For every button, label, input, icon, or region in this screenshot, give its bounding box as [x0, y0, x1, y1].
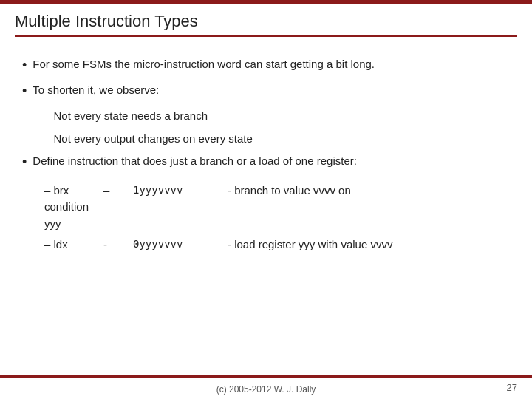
ldx-col2: - — [103, 236, 133, 253]
brx-condition: condition yyy — [44, 199, 103, 232]
bullet-item-3: • Define instruction that does just a br… — [22, 153, 510, 171]
footer-bar — [0, 375, 532, 378]
ldx-col1: – ldx — [44, 236, 103, 253]
bullet-text-2: To shorten it, we observe: — [33, 82, 159, 99]
sub-bullet-2: Not every output changes on every state — [22, 131, 510, 148]
slide-container: Multiple Instruction Types • For some FS… — [0, 0, 532, 399]
instruction-row-brx: – brx condition yyy – 1yyyvvvv - branch … — [44, 183, 510, 233]
bullet-dot-2: • — [22, 82, 27, 100]
bullet-text-3: Define instruction that does just a bran… — [33, 153, 357, 170]
brx-col4: - branch to value vvvv on — [222, 183, 510, 200]
title-divider — [15, 35, 517, 37]
sub-bullet-1: Not every state needs a branch — [22, 108, 510, 125]
bullet-dot-1: • — [22, 56, 27, 75]
bullet-text-1: For some FSMs the micro-instruction word… — [33, 56, 375, 73]
brx-col1: – brx condition yyy — [44, 183, 103, 233]
bullet-item-1: • For some FSMs the micro-instruction wo… — [22, 56, 510, 75]
brx-col3: 1yyyvvvv — [133, 183, 222, 198]
footer-copyright: (c) 2005-2012 W. J. Dally — [216, 384, 316, 395]
ldx-col4: - load register yyy with value vvvv — [222, 236, 510, 253]
brx-label: – brx — [44, 183, 103, 200]
bullet-dot-3: • — [22, 153, 27, 171]
slide-title: Multiple Instruction Types — [15, 12, 517, 31]
ldx-col3: 0yyyvvvv — [133, 236, 222, 252]
bullet-item-2: • To shorten it, we observe: — [22, 82, 510, 100]
footer-page-number: 27 — [507, 382, 517, 393]
instruction-row-ldx: – ldx - 0yyyvvvv - load register yyy wit… — [44, 236, 510, 253]
slide-footer: (c) 2005-2012 W. J. Dally 27 — [0, 375, 532, 399]
slide-header: Multiple Instruction Types — [0, 4, 532, 43]
instruction-table: – brx condition yyy – 1yyyvvvv - branch … — [22, 183, 510, 258]
brx-col2: – — [103, 183, 133, 200]
slide-content: • For some FSMs the micro-instruction wo… — [0, 43, 532, 375]
